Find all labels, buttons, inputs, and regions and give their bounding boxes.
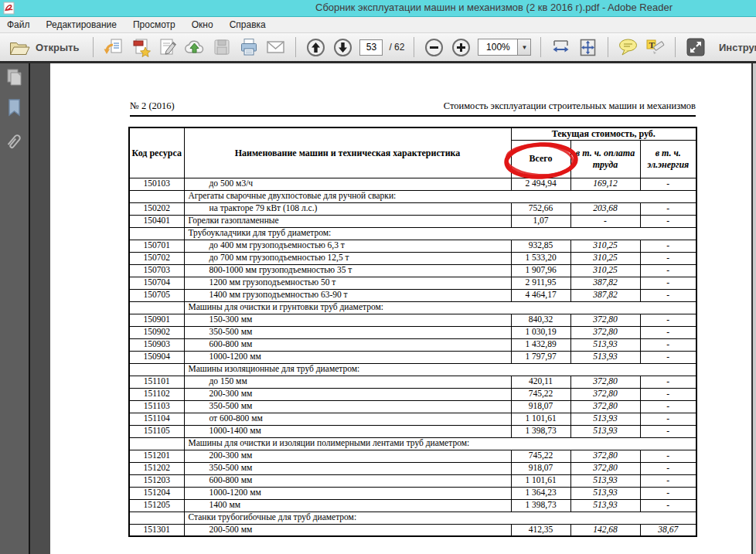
code-cell: 150705: [129, 289, 184, 301]
name-cell: 150-300 мм: [184, 314, 511, 326]
code-cell: 150103: [129, 178, 184, 190]
upload-cloud-icon[interactable]: [184, 37, 205, 58]
code-cell: 150202: [129, 202, 184, 215]
electricity-cell: -: [640, 474, 696, 487]
next-page-icon[interactable]: [332, 37, 353, 58]
code-cell: [129, 363, 184, 376]
electricity-cell: -: [640, 252, 696, 264]
previous-page-icon[interactable]: [305, 37, 326, 58]
zoom-out-icon[interactable]: [424, 37, 444, 58]
adobe-reader-icon: [2, 2, 15, 15]
bookmarks-icon[interactable]: [5, 98, 23, 117]
name-cell: 1200 мм грузоподъемностью 50 т: [184, 277, 511, 289]
table-row: 151104 от 600-800 мм 1 101,61 513,93 -: [129, 413, 696, 425]
code-cell: 151105: [129, 425, 184, 437]
page-thumbnails-icon[interactable]: [5, 68, 23, 87]
labor-cell: 372,80: [570, 450, 640, 462]
print-icon[interactable]: [238, 37, 259, 58]
toolbar: Открыть: [0, 33, 756, 61]
electricity-cell: -: [640, 400, 696, 413]
table-row: 150901 150-300 мм 840,32 372,80 -: [129, 314, 696, 326]
labor-cell: 513,93: [570, 499, 640, 512]
sign-document-icon[interactable]: [157, 37, 178, 58]
menu-window[interactable]: Окно: [192, 19, 213, 30]
total-cell: 2 911,95: [511, 277, 570, 289]
menu-help[interactable]: Справка: [230, 19, 266, 30]
email-icon[interactable]: [265, 37, 286, 58]
electricity-cell: -: [640, 289, 696, 301]
table-row: 150903 600-800 мм 1 432,89 513,93 -: [129, 338, 696, 351]
title-bar[interactable]: Сборник эксплуатации машин и механизмов …: [0, 0, 756, 17]
labor-cell: -: [570, 215, 640, 227]
code-cell: 151103: [129, 400, 184, 413]
electricity-cell: -: [640, 376, 696, 388]
labor-cell: 513,93: [570, 425, 640, 437]
open-button[interactable]: Открыть: [5, 36, 83, 58]
highlight-text-icon[interactable]: T: [645, 37, 666, 58]
toolbar-separator: [608, 37, 608, 57]
labor-cell: 142,68: [570, 524, 640, 536]
name-cell: Горелки газопламенные: [184, 215, 511, 227]
name-cell: до 400 мм грузоподъемностью 6,3 т: [184, 240, 511, 252]
electricity-cell: -: [640, 338, 696, 351]
create-pdf-icon[interactable]: [130, 37, 151, 58]
table-row: 151205 1400 мм 1 398,73 513,93 -: [129, 499, 696, 512]
code-cell: 150903: [129, 338, 184, 351]
table-row: 151201 200-300 мм 745,22 372,80 -: [129, 450, 696, 462]
table-row: 151103 350-500 мм 918,07 372,80 -: [129, 400, 696, 413]
window-title: Сборник эксплуатации машин и механизмов …: [315, 2, 673, 13]
electricity-cell: -: [640, 413, 696, 425]
col-header-code: Код ре­сурса: [129, 127, 184, 178]
code-cell: 151201: [129, 450, 184, 462]
tools-panel-label[interactable]: Инструм: [719, 33, 756, 61]
chevron-down-icon[interactable]: ▼: [518, 39, 531, 56]
group-label: Агрегаты сварочные двухпостовые для ручн…: [184, 190, 696, 202]
menu-edit[interactable]: Редактирование: [46, 19, 117, 30]
electricity-cell: -: [640, 277, 696, 289]
labor-cell: 372,80: [570, 462, 640, 474]
zoom-level-dropdown[interactable]: 100% ▼: [478, 39, 531, 56]
table-group-row: Станки трубогибочные для труб диаметром:: [129, 512, 696, 524]
comment-icon[interactable]: [618, 37, 639, 58]
fit-width-icon[interactable]: [550, 37, 571, 58]
group-label: Трубоукладчики для труб диаметром:: [184, 227, 696, 240]
labor-cell: 387,82: [570, 277, 640, 289]
attachments-icon[interactable]: [5, 131, 23, 150]
total-cell: 918,07: [511, 400, 570, 413]
code-cell: [129, 190, 184, 202]
col-header-name: Наименование машин и техническая характе…: [184, 127, 511, 178]
adobe-reader-window: Сборник эксплуатации машин и механизмов …: [0, 0, 756, 554]
page-header-right: Стоимость эксплуатации строительных маши…: [444, 100, 696, 112]
code-cell: 151102: [129, 388, 184, 400]
sidebar-divider: [29, 63, 30, 554]
labor-cell: 169,12: [570, 178, 640, 190]
col-header-total: Всего: [511, 140, 570, 178]
toolbar-separator: [414, 37, 414, 57]
fullscreen-icon[interactable]: [685, 37, 706, 58]
table-group-row: Трубоукладчики для труб диаметром:: [129, 227, 696, 240]
save-icon[interactable]: [211, 37, 232, 58]
table-row: 150902 350-500 мм 1 030,19 372,80 -: [129, 326, 696, 338]
group-label: Машины для очистки и изоляции полимерным…: [184, 437, 696, 450]
electricity-cell: -: [640, 487, 696, 499]
col-header-current-cost: Текущая стоимость, руб.: [511, 127, 696, 140]
export-pdf-icon[interactable]: [103, 37, 124, 58]
fit-page-icon[interactable]: [577, 37, 598, 58]
code-cell: [129, 512, 184, 524]
scrollbar[interactable]: [753, 63, 756, 554]
col-header-electricity: в т. ч. эл.энергия: [640, 140, 696, 178]
menu-view[interactable]: Просмотр: [133, 19, 175, 30]
col-header-labor: в т. ч. оплата труда: [570, 140, 640, 178]
table-row: 151102 200-300 мм 745,22 372,80 -: [129, 388, 696, 400]
total-cell: 1 398,73: [511, 499, 570, 512]
open-button-label: Открыть: [36, 42, 79, 53]
total-cell: 1 797,97: [511, 351, 570, 363]
name-cell: до 150 мм: [184, 376, 511, 388]
name-cell: 600-800 мм: [184, 338, 511, 351]
page-number-input[interactable]: [359, 39, 383, 56]
code-cell: [129, 437, 184, 450]
name-cell: 1000-1200 мм: [184, 351, 511, 363]
menu-file[interactable]: Файл: [7, 19, 30, 30]
zoom-in-icon[interactable]: [451, 37, 472, 58]
total-cell: 745,22: [511, 388, 570, 400]
